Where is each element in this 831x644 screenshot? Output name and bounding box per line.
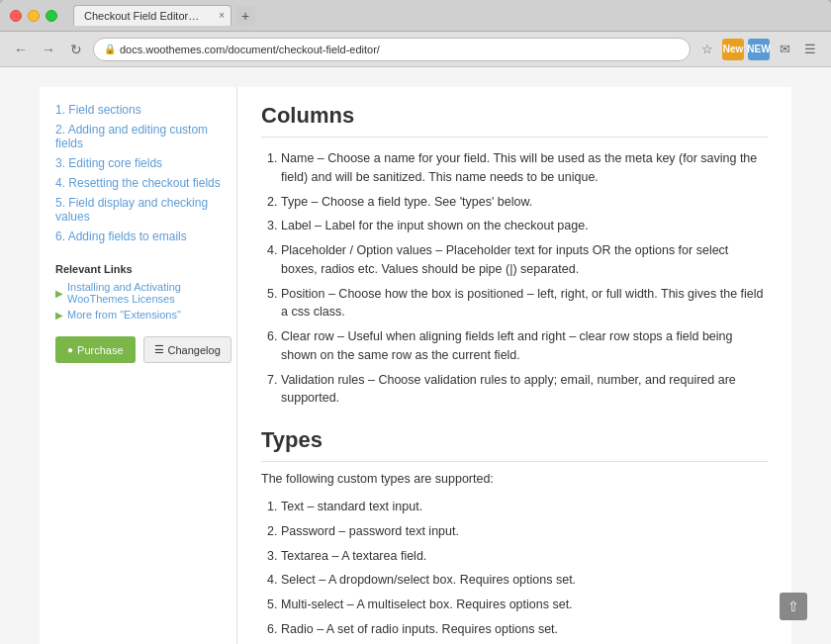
- list-item: Password – password text input.: [281, 522, 768, 541]
- address-bar[interactable]: 🔒 docs.woothemes.com/document/checkout-f…: [93, 38, 691, 61]
- forward-button[interactable]: →: [38, 39, 59, 60]
- relevant-link-anchor-2[interactable]: More from "Extensions": [67, 309, 181, 321]
- browser-toolbar: ← → ↻ 🔒 docs.woothemes.com/document/chec…: [0, 32, 831, 67]
- list-item: Clear row – Useful when aligning fields …: [281, 327, 768, 365]
- purchase-icon: ●: [67, 344, 73, 355]
- sidebar-link-5[interactable]: 5. Field display and checking values: [55, 196, 208, 224]
- list-item: Validation rules – Choose validation rul…: [281, 371, 768, 409]
- tab-close-icon[interactable]: ×: [219, 10, 225, 21]
- relevant-link-1: ▶ Installing and Activating WooThemes Li…: [55, 281, 221, 305]
- list-item: Text – standard text input.: [281, 498, 768, 516]
- toolbar-icons: ☆ New NEW ✉ ☰: [696, 39, 821, 60]
- list-item: Placeholder / Option values – Placeholde…: [281, 241, 768, 279]
- relevant-links-title: Relevant Links: [55, 263, 221, 275]
- browser-window: Checkout Field Editor | Wo... × + ← → ↻ …: [0, 0, 831, 644]
- tab-title: Checkout Field Editor | Wo...: [84, 10, 223, 22]
- menu-icon[interactable]: ☰: [799, 39, 821, 60]
- url-text: docs.woothemes.com/document/checkout-fie…: [120, 44, 380, 55]
- main-content: Columns Name – Choose a name for your fi…: [237, 87, 791, 644]
- sidebar-nav: 1. Field sections 2. Adding and editing …: [55, 103, 221, 243]
- sidebar-item-5[interactable]: 5. Field display and checking values: [55, 196, 221, 224]
- types-title: Types: [261, 427, 768, 462]
- bookmark-icon[interactable]: ☆: [696, 39, 718, 60]
- sidebar-link-4[interactable]: 4. Resetting the checkout fields: [55, 176, 221, 190]
- list-item: Radio – A set of radio inputs. Requires …: [281, 620, 768, 639]
- link-icon-2: ▶: [55, 310, 63, 321]
- sidebar-link-1[interactable]: 1. Field sections: [55, 103, 141, 117]
- relevant-link-anchor-1[interactable]: Installing and Activating WooThemes Lice…: [67, 281, 221, 305]
- scroll-to-top-button[interactable]: ⇧: [780, 593, 807, 620]
- list-item: Label – Label for the input shown on the…: [281, 217, 768, 235]
- list-item: Position – Choose how the box is positio…: [281, 285, 768, 322]
- sidebar-link-3[interactable]: 3. Editing core fields: [55, 156, 162, 170]
- list-item: Textarea – A textarea field.: [281, 547, 768, 566]
- types-intro: The following custom types are supported…: [261, 472, 768, 486]
- sidebar-item-3[interactable]: 3. Editing core fields: [55, 156, 221, 170]
- sidebar-item-4[interactable]: 4. Resetting the checkout fields: [55, 176, 221, 190]
- list-item: Type – Choose a field type. See 'types' …: [281, 193, 768, 212]
- columns-list: Name – Choose a name for your field. Thi…: [261, 149, 768, 408]
- user-icon[interactable]: ✉: [774, 39, 795, 60]
- active-tab[interactable]: Checkout Field Editor | Wo... ×: [73, 5, 231, 26]
- changelog-icon: ☰: [154, 343, 164, 356]
- download-icon[interactable]: NEW: [748, 39, 770, 60]
- sidebar-item-2[interactable]: 2. Adding and editing custom fields: [55, 123, 221, 150]
- sidebar-item-1[interactable]: 1. Field sections: [55, 103, 221, 117]
- relevant-link-2: ▶ More from "Extensions": [55, 309, 221, 321]
- link-icon-1: ▶: [55, 288, 63, 299]
- purchase-button[interactable]: ● Purchase: [55, 336, 136, 363]
- content-wrapper: 1. Field sections 2. Adding and editing …: [40, 87, 791, 644]
- lock-icon: 🔒: [104, 44, 116, 54]
- columns-title: Columns: [261, 103, 768, 138]
- sidebar-link-2[interactable]: 2. Adding and editing custom fields: [55, 123, 208, 150]
- changelog-button[interactable]: ☰ Changelog: [143, 336, 231, 363]
- list-item: Select – A dropdown/select box. Requires…: [281, 571, 768, 590]
- extensions-icon[interactable]: New: [722, 39, 744, 60]
- sidebar-link-6[interactable]: 6. Adding fields to emails: [55, 230, 187, 243]
- list-item: Name – Choose a name for your field. Thi…: [281, 149, 768, 187]
- back-button[interactable]: ←: [10, 39, 32, 60]
- tab-bar: Checkout Field Editor | Wo... × +: [73, 5, 821, 26]
- sidebar: 1. Field sections 2. Adding and editing …: [40, 87, 237, 644]
- page-content: 1. Field sections 2. Adding and editing …: [0, 67, 831, 644]
- relevant-links-section: Relevant Links ▶ Installing and Activati…: [55, 263, 221, 321]
- sidebar-item-6[interactable]: 6. Adding fields to emails: [55, 230, 221, 243]
- close-button[interactable]: [10, 10, 22, 22]
- minimize-button[interactable]: [28, 10, 40, 22]
- new-tab-button[interactable]: +: [235, 6, 255, 26]
- sidebar-actions: ● Purchase ☰ Changelog: [55, 336, 221, 363]
- browser-titlebar: Checkout Field Editor | Wo... × +: [0, 0, 831, 32]
- reload-button[interactable]: ↻: [65, 39, 87, 60]
- types-list: Text – standard text input. Password – p…: [261, 498, 768, 644]
- list-item: Multi-select – A multiselect box. Requir…: [281, 596, 768, 614]
- maximize-button[interactable]: [46, 10, 57, 22]
